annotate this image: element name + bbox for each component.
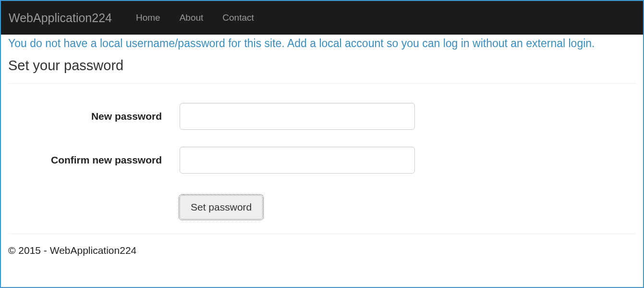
new-password-input[interactable] [180, 103, 415, 130]
info-message: You do not have a local username/passwor… [8, 37, 636, 51]
navbar: WebApplication224 Home About Contact [1, 1, 643, 35]
new-password-label: New password [8, 111, 174, 122]
navbar-brand[interactable]: WebApplication224 [9, 11, 112, 25]
form-group-submit: Set password [8, 195, 636, 219]
nav-link-contact[interactable]: Contact [213, 5, 263, 30]
confirm-password-label: Confirm new password [8, 154, 174, 166]
divider [8, 83, 636, 84]
new-password-input-wrap [174, 103, 415, 130]
navbar-nav: Home About Contact [126, 5, 264, 30]
footer-divider [8, 234, 636, 234]
set-password-button[interactable]: Set password [180, 195, 263, 219]
footer: © 2015 - WebApplication224 [1, 245, 643, 256]
nav-link-about[interactable]: About [170, 5, 213, 30]
set-password-form: New password Confirm new password Set pa… [8, 103, 636, 219]
form-group-confirm-password: Confirm new password [8, 147, 636, 174]
nav-link-home[interactable]: Home [126, 5, 170, 30]
submit-wrap: Set password [174, 195, 263, 219]
page-body: You do not have a local username/passwor… [1, 35, 643, 234]
form-group-new-password: New password [8, 103, 636, 130]
footer-text: © 2015 - WebApplication224 [8, 245, 636, 256]
section-title: Set your password [8, 58, 636, 74]
confirm-password-input[interactable] [180, 147, 415, 174]
confirm-password-input-wrap [174, 147, 415, 174]
